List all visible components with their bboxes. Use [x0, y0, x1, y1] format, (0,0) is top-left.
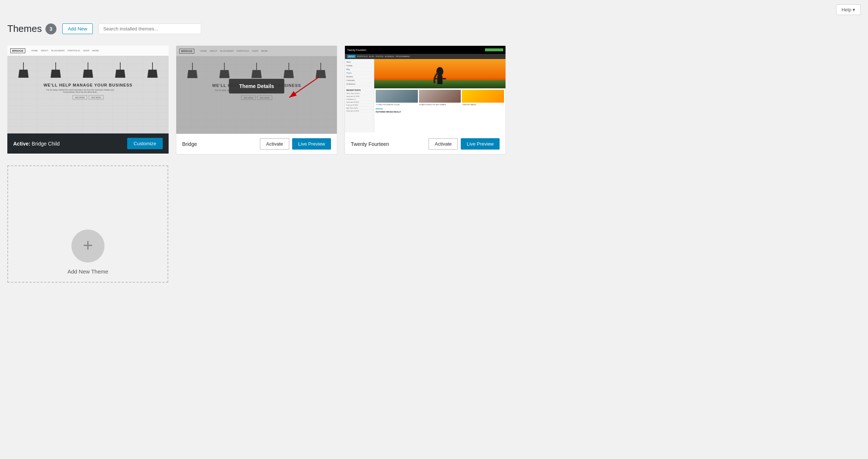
theme-card-twenty-fourteen: Twenty Fourteen ABOUT PORTFOLIO BLOG PHO…: [345, 45, 506, 154]
theme-thumbnail-bridge[interactable]: BRIDGE HOME ABOUT BLOG/NEWS PORTFOLIO SH…: [176, 46, 337, 134]
add-new-theme-circle: +: [71, 230, 104, 262]
tf-sidebar: About Portfolio Blog Photos Business Com…: [345, 59, 374, 132]
arrow-annotation: [278, 74, 322, 104]
bridge-buttons: SEE MORE SEE MORE: [44, 95, 133, 100]
top-bar: Help ▾: [0, 0, 868, 19]
themes-grid: BRIDGE HOME ABOUT BLOG/NEWS PORTFOLIO SH…: [0, 42, 513, 162]
page-header: Themes 3 Add New: [0, 19, 868, 42]
search-input[interactable]: [99, 23, 201, 34]
theme-name-twenty-fourteen: Twenty Fourteen: [351, 141, 389, 147]
theme-actions-twenty-fourteen: Activate Live Preview: [429, 138, 500, 150]
customize-button[interactable]: Customize: [127, 138, 163, 149]
theme-footer-active: Active: Bridge Child Customize: [7, 133, 169, 154]
bridge-btn-1: SEE MORE: [73, 95, 87, 100]
theme-footer-bridge: Bridge Activate Live Preview: [176, 134, 337, 154]
lamp-row: [7, 56, 169, 78]
svg-rect-7: [442, 78, 446, 80]
activate-button-bridge[interactable]: Activate: [260, 138, 289, 150]
theme-details-tooltip[interactable]: Theme Details: [229, 79, 284, 93]
theme-actions-bridge: Activate Live Preview: [260, 138, 331, 150]
active-label: Active: Bridge Child: [13, 141, 60, 147]
theme-card-bridge: BRIDGE HOME ABOUT BLOG/NEWS PORTFOLIO SH…: [176, 45, 337, 154]
page-title-text: Themes: [7, 23, 42, 34]
add-new-theme-label: Add New Theme: [67, 268, 108, 275]
tf-nav: ABOUT PORTFOLIO BLOG PHOTOS BUSINESS PRO…: [345, 54, 505, 59]
svg-rect-5: [437, 76, 442, 84]
bridge-hero-title: WE'LL HELP MANAGE YOUR BUSINESS: [44, 83, 133, 87]
bridge-header-bar-2: BRIDGE HOME ABOUT BLOG/NEWS PORTFOLIO SH…: [176, 46, 337, 56]
svg-line-1: [289, 77, 319, 98]
theme-footer-twenty-fourteen: Twenty Fourteen Activate Live Preview: [345, 134, 505, 154]
bridge-hero-sub: Far far away, behind the word mountains,…: [44, 89, 117, 93]
tf-content-area: About Portfolio Blog Photos Business Com…: [345, 59, 505, 132]
live-preview-button-bridge[interactable]: Live Preview: [292, 138, 331, 150]
add-new-icon: +: [83, 236, 93, 254]
theme-card-bridge-child: BRIDGE HOME ABOUT BLOG/NEWS PORTFOLIO SH…: [7, 45, 169, 154]
add-new-theme-card[interactable]: + Add New Theme: [7, 165, 168, 283]
theme-thumbnail-twenty-fourteen[interactable]: Twenty Fourteen ABOUT PORTFOLIO BLOG PHO…: [345, 46, 505, 134]
tf-header: Twenty Fourteen: [345, 46, 505, 54]
bridge-header-bar: BRIDGE HOME ABOUT BLOG/NEWS PORTFOLIO SH…: [7, 45, 169, 56]
activate-button-tf[interactable]: Activate: [429, 138, 458, 150]
svg-rect-6: [434, 78, 437, 80]
bridge-btn-2: SEE MORE: [89, 95, 103, 100]
live-preview-button-tf[interactable]: Live Preview: [461, 138, 500, 150]
page-title: Themes 3: [7, 23, 56, 34]
tf-featured-image: [374, 59, 505, 88]
add-new-button[interactable]: Add New: [62, 23, 93, 34]
theme-name-bridge: Bridge: [182, 141, 197, 147]
second-row: + Add New Theme: [0, 162, 513, 286]
svg-rect-3: [374, 80, 505, 88]
lamp-row-2: [176, 56, 337, 78]
bridge-nav-links: HOME ABOUT BLOG/NEWS PORTFOLIO SHOP MORE: [31, 49, 99, 52]
tf-posts-grid: IT LEAST POS NOVA SEE YOU ALL IN WALKS F…: [374, 88, 505, 107]
bridge-hero-text: WE'LL HELP MANAGE YOUR BUSINESS Far far …: [44, 83, 133, 100]
tf-main-content: IT LEAST POS NOVA SEE YOU ALL IN WALKS F…: [374, 59, 505, 132]
help-button[interactable]: Help ▾: [836, 4, 861, 15]
theme-thumbnail-bridge-child[interactable]: BRIDGE HOME ABOUT BLOG/NEWS PORTFOLIO SH…: [7, 45, 169, 133]
bridge-logo: BRIDGE: [10, 48, 25, 53]
theme-count-badge: 3: [45, 23, 56, 34]
